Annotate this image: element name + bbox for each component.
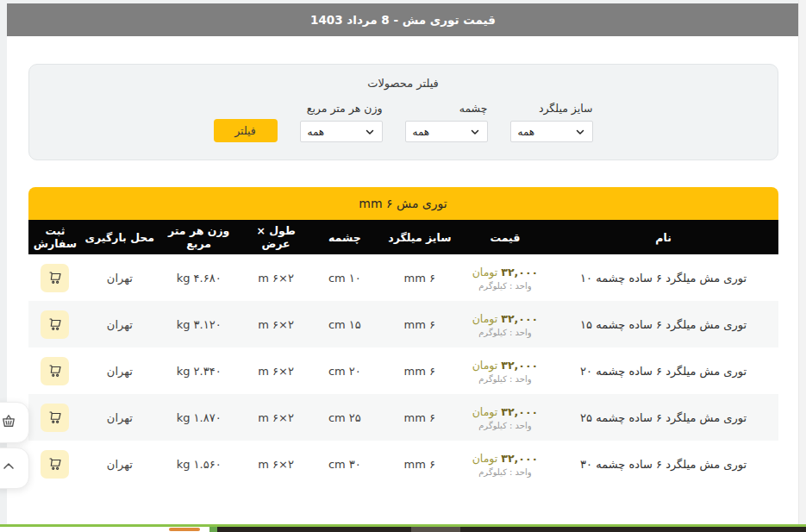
- rebar-size-select-value: همه: [518, 126, 535, 138]
- price-unit: واحد : کیلوگرم: [478, 467, 532, 477]
- weight-value: ۱.۸۷۰ kg: [157, 411, 241, 424]
- price-currency: تومان: [472, 266, 498, 279]
- table-row: توری مش میلگرد ۶ ساده چشمه ۱۰ ۳۲,۰۰۰ توم…: [28, 254, 778, 301]
- table-title-bar: توری مش ۶ mm: [28, 187, 778, 220]
- price-unit: واحد : کیلوگرم: [478, 328, 532, 337]
- product-name: توری مش میلگرد ۶ ساده چشمه ۳۰: [549, 458, 778, 471]
- price-unit: واحد : کیلوگرم: [478, 374, 532, 384]
- dimensions-value: ۲×۶ m: [241, 411, 311, 424]
- price-currency: تومان: [472, 452, 498, 465]
- filter-group-rebar-size: سایز میلگرد همه: [510, 102, 593, 142]
- table-row: توری مش میلگرد ۶ ساده چشمه ۳۰ ۳۲,۰۰۰ توم…: [28, 441, 778, 487]
- add-to-cart-button[interactable]: [41, 357, 69, 385]
- filter-panel-title: فیلتر محصولات: [47, 77, 760, 90]
- rebar-size-value: ۶ mm: [378, 458, 462, 471]
- product-price-cell: ۳۲,۰۰۰ تومان واحد : کیلوگرم: [461, 359, 549, 384]
- column-header-location: محل بارگیری: [82, 231, 157, 244]
- dimensions-value: ۲×۶ m: [241, 365, 311, 378]
- filter-label-rebar-size: سایز میلگرد: [510, 102, 593, 115]
- price-value: ۳۲,۰۰۰: [501, 312, 538, 325]
- filter-group-weight: وزن هر متر مربع همه: [300, 102, 383, 142]
- rebar-size-value: ۶ mm: [378, 272, 462, 285]
- rebar-size-value: ۶ mm: [378, 411, 462, 424]
- price-value: ۳۲,۰۰۰: [501, 266, 538, 279]
- price-currency: تومان: [472, 312, 498, 325]
- product-name: توری مش میلگرد ۶ ساده چشمه ۲۵: [549, 411, 778, 424]
- main-content-card: قیمت توری مش - 8 مرداد 1403 فیلتر محصولا…: [7, 3, 799, 524]
- weight-value: ۳.۱۲۰ kg: [157, 318, 241, 331]
- footer-green-mark: [209, 527, 217, 532]
- dimensions-value: ۲×۶ m: [241, 272, 311, 285]
- price-unit: واحد : کیلوگرم: [478, 281, 532, 291]
- filter-button[interactable]: فیلتر: [214, 119, 278, 142]
- price-currency: تومان: [472, 405, 498, 418]
- table-header-row: نام قیمت سایز میلگرد چشمه طول × عرض وزن …: [28, 220, 778, 254]
- footer-bar: [0, 527, 806, 532]
- add-to-cart-button[interactable]: [41, 404, 69, 432]
- weight-value: ۱.۵۶۰ kg: [157, 458, 241, 471]
- column-header-weight: وزن هر متر مربع: [157, 224, 241, 250]
- rebar-size-select[interactable]: همه: [510, 121, 593, 142]
- filter-label-mesh: چشمه: [405, 102, 488, 115]
- column-header-mesh: چشمه: [311, 231, 378, 244]
- location-value: تهران: [82, 272, 157, 285]
- page-title: قیمت توری مش - 8 مرداد 1403: [310, 13, 496, 27]
- column-header-name: نام: [549, 231, 778, 244]
- rebar-size-value: ۶ mm: [378, 365, 462, 378]
- chevron-up-icon: [0, 458, 17, 479]
- product-name: توری مش میلگرد ۶ ساده چشمه ۱۵: [549, 318, 778, 331]
- price-value: ۳۲,۰۰۰: [501, 405, 538, 418]
- column-header-dimensions: طول × عرض: [241, 224, 311, 250]
- weight-select[interactable]: همه: [300, 121, 383, 142]
- price-unit: واحد : کیلوگرم: [478, 421, 532, 430]
- table-row: توری مش میلگرد ۶ ساده چشمه ۱۵ ۳۲,۰۰۰ توم…: [28, 301, 778, 347]
- column-header-price: قیمت: [461, 231, 549, 244]
- scrollbar[interactable]: [798, 0, 806, 524]
- dimensions-value: ۲×۶ m: [241, 318, 311, 331]
- weight-value: ۴.۶۸۰ kg: [157, 272, 241, 285]
- add-to-cart-button[interactable]: [41, 264, 69, 292]
- table-row: توری مش میلگرد ۶ ساده چشمه ۲۰ ۳۲,۰۰۰ توم…: [28, 347, 778, 394]
- floating-basket-button[interactable]: [0, 402, 29, 443]
- weight-select-value: همه: [308, 126, 325, 138]
- chevron-down-icon: [575, 127, 585, 137]
- add-to-cart-button[interactable]: [41, 450, 69, 479]
- page-title-bar: قیمت توری مش - 8 مرداد 1403: [7, 3, 799, 36]
- price-value: ۳۲,۰۰۰: [501, 452, 538, 465]
- mesh-value: ۳۰ cm: [311, 458, 378, 471]
- footer-edge: [0, 524, 806, 532]
- cart-icon: [47, 363, 63, 379]
- add-to-cart-button[interactable]: [41, 310, 69, 339]
- product-name: توری مش میلگرد ۶ ساده چشمه ۱۰: [549, 272, 778, 285]
- chevron-down-icon: [470, 127, 480, 137]
- product-price-cell: ۳۲,۰۰۰ تومان واحد : کیلوگرم: [461, 266, 549, 291]
- product-name: توری مش میلگرد ۶ ساده چشمه ۲۰: [549, 365, 778, 378]
- price-value: ۳۲,۰۰۰: [501, 359, 538, 372]
- footer-logo-fragment: [169, 528, 200, 531]
- column-header-rebar-size: سایز میلگرد: [378, 231, 462, 244]
- rebar-size-value: ۶ mm: [378, 318, 462, 331]
- mesh-select-value: همه: [413, 126, 430, 138]
- filter-label-weight: وزن هر متر مربع: [300, 102, 383, 115]
- mesh-value: ۱۵ cm: [311, 318, 378, 331]
- cart-icon: [47, 270, 63, 285]
- dimensions-value: ۲×۶ m: [241, 458, 311, 471]
- mesh-value: ۲۰ cm: [311, 365, 378, 378]
- cart-icon: [47, 410, 63, 425]
- scroll-to-top-button[interactable]: [0, 448, 29, 489]
- mesh-value: ۲۵ cm: [311, 411, 378, 424]
- table-row: توری مش میلگرد ۶ ساده چشمه ۲۵ ۳۲,۰۰۰ توم…: [28, 394, 778, 441]
- weight-value: ۲.۳۴۰ kg: [157, 365, 241, 378]
- location-value: تهران: [82, 318, 157, 331]
- mesh-value: ۱۰ cm: [311, 272, 378, 285]
- price-currency: تومان: [472, 359, 498, 372]
- footer-dark-section: [217, 527, 806, 532]
- cart-icon: [47, 456, 63, 472]
- chevron-down-icon: [365, 127, 375, 137]
- cart-icon: [47, 316, 63, 332]
- location-value: تهران: [82, 411, 157, 424]
- mesh-select[interactable]: همه: [405, 121, 488, 142]
- basket-icon: [0, 412, 17, 433]
- location-value: تهران: [82, 458, 157, 471]
- filter-panel: فیلتر محصولات سایز میلگرد همه چشمه: [28, 64, 778, 160]
